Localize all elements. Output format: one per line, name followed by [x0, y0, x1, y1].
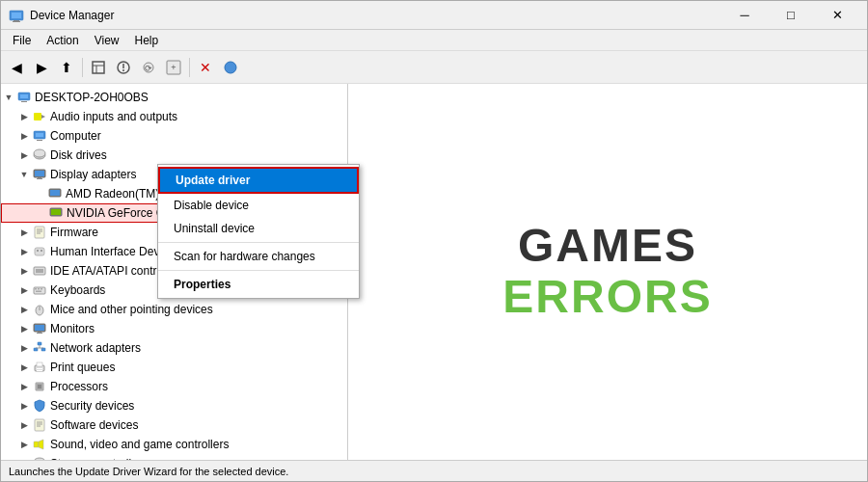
tree-processors[interactable]: ▶ Processors [1, 377, 347, 396]
right-panel: GAMES ERRORS [348, 84, 867, 460]
tree-print[interactable]: ▶ Print queues [1, 358, 347, 377]
disk-label: Disk drives [50, 148, 343, 162]
processors-arrow: ▶ [16, 382, 32, 391]
svg-rect-18 [34, 113, 41, 120]
mice-arrow: ▶ [16, 305, 32, 314]
svg-rect-22 [37, 140, 42, 141]
svg-text:+: + [171, 63, 176, 72]
svg-marker-19 [41, 115, 45, 119]
toolbar-btn-2[interactable] [112, 56, 135, 79]
tree-security[interactable]: ▶ Security devices [1, 396, 347, 415]
network-arrow: ▶ [16, 343, 32, 353]
print-icon [32, 360, 47, 375]
toolbar-btn-1[interactable] [87, 56, 110, 79]
tree-computer[interactable]: ▶ Computer [1, 126, 347, 146]
window-controls: ─ □ ✕ [722, 1, 859, 30]
svg-point-9 [122, 69, 124, 71]
svg-rect-65 [35, 419, 44, 431]
ctx-properties[interactable]: Properties [158, 273, 359, 296]
brand-logo: GAMES ERRORS [502, 221, 712, 323]
toolbar-refresh[interactable] [219, 56, 242, 79]
svg-rect-50 [35, 325, 44, 331]
menu-help[interactable]: Help [127, 32, 167, 49]
svg-rect-53 [38, 342, 41, 345]
security-label: Security devices [50, 399, 343, 413]
toolbar-forward[interactable]: ▶ [30, 56, 53, 79]
svg-rect-55 [41, 348, 45, 351]
svg-rect-1 [12, 13, 21, 18]
ctx-update-driver[interactable]: Update driver [158, 167, 359, 194]
toolbar-remove[interactable]: ✕ [194, 56, 217, 79]
computer-arrow: ▶ [16, 131, 32, 141]
svg-text:⟳: ⟳ [145, 64, 152, 73]
svg-point-39 [41, 250, 42, 252]
context-menu: Update driver Disable device Uninstall d… [157, 164, 360, 299]
menu-action[interactable]: Action [39, 32, 86, 49]
menu-view[interactable]: View [87, 32, 127, 49]
toolbar-sep-2 [189, 58, 190, 77]
svg-rect-41 [36, 269, 43, 273]
app-icon [9, 8, 24, 23]
disk-arrow: ▶ [16, 150, 32, 160]
toolbar-back[interactable]: ◀ [5, 56, 28, 79]
firmware-arrow: ▶ [16, 228, 32, 237]
tree-mice[interactable]: ▶ Mice and other pointing devices [1, 300, 347, 319]
display-icon [32, 167, 47, 182]
svg-rect-32 [51, 209, 61, 215]
svg-rect-52 [37, 333, 42, 334]
minimize-button[interactable]: ─ [722, 1, 767, 30]
sound-arrow: ▶ [16, 440, 32, 449]
svg-rect-30 [50, 190, 60, 196]
toolbar: ◀ ▶ ⬆ ⟳ + ✕ [1, 51, 867, 84]
software-label: Software devices [50, 418, 343, 432]
status-text: Launches the Update Driver Wizard for th… [9, 466, 288, 477]
close-button[interactable]: ✕ [815, 1, 859, 30]
svg-rect-2 [14, 20, 19, 21]
svg-rect-37 [35, 248, 44, 255]
monitors-label: Monitors [50, 322, 343, 335]
svg-marker-70 [39, 440, 43, 449]
svg-rect-60 [37, 368, 42, 369]
menu-file[interactable]: File [5, 32, 39, 49]
brand-games: GAMES [502, 221, 712, 272]
brand-errors: ERRORS [502, 272, 712, 323]
nvidia-icon [48, 205, 64, 221]
maximize-button[interactable]: □ [769, 1, 813, 30]
processors-label: Processors [50, 380, 343, 393]
keyboard-icon [32, 282, 47, 298]
tree-sound[interactable]: ▶ Sound, video and game controllers [1, 435, 347, 454]
audio-label: Audio inputs and outputs [50, 110, 343, 123]
svg-rect-4 [93, 62, 104, 73]
security-arrow: ▶ [16, 401, 32, 411]
svg-point-38 [37, 250, 39, 252]
tree-disk[interactable]: ▶ Disk drives [1, 146, 347, 165]
ctx-disable-device[interactable]: Disable device [158, 194, 359, 217]
svg-rect-16 [20, 94, 28, 98]
toolbar-btn-4[interactable]: + [162, 56, 185, 79]
svg-point-24 [34, 149, 45, 157]
root-arrow: ▼ [1, 93, 16, 102]
svg-rect-54 [34, 348, 38, 351]
ctx-sep-2 [158, 270, 359, 271]
disk-icon [32, 147, 47, 163]
audio-arrow: ▶ [16, 112, 32, 121]
tree-monitors[interactable]: ▶ Monitors [1, 319, 347, 338]
keyboard-arrow: ▶ [16, 285, 32, 295]
print-arrow: ▶ [16, 362, 32, 372]
toolbar-btn-3[interactable]: ⟳ [137, 56, 160, 79]
computer-label: Computer [50, 129, 343, 143]
tree-software[interactable]: ▶ Software devices [1, 415, 347, 435]
ctx-scan-hardware[interactable]: Scan for hardware changes [158, 245, 359, 268]
svg-rect-59 [37, 362, 42, 366]
svg-rect-51 [38, 332, 41, 333]
toolbar-up[interactable]: ⬆ [55, 56, 78, 79]
tree-audio[interactable]: ▶ Audio inputs and outputs [1, 107, 347, 126]
svg-rect-46 [36, 291, 41, 293]
sound-label: Sound, video and game controllers [50, 438, 343, 451]
tree-network[interactable]: ▶ Network adapters [1, 338, 347, 358]
ctx-uninstall-device[interactable]: Uninstall device [158, 217, 359, 240]
svg-rect-44 [38, 288, 40, 290]
toolbar-sep-1 [82, 58, 83, 77]
tree-root[interactable]: ▼ DESKTOP-2OH0OBS [1, 88, 347, 107]
svg-rect-26 [35, 171, 44, 176]
